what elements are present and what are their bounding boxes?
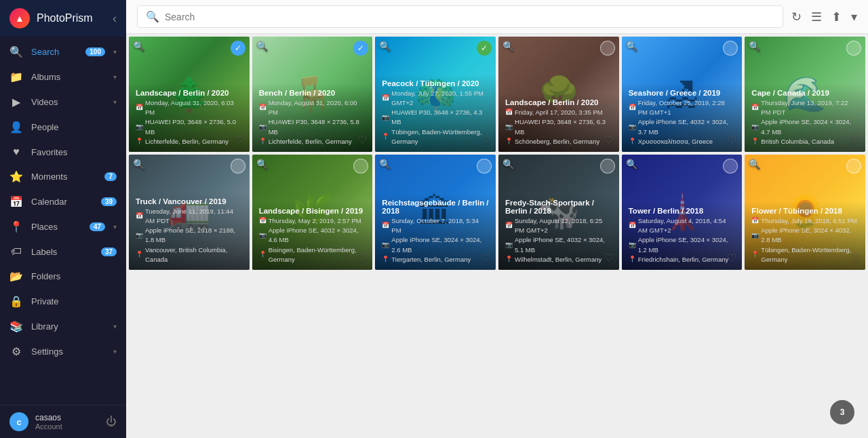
sidebar-item-moments[interactable]: ⭐ Moments 7 — [0, 164, 126, 189]
search-input[interactable] — [165, 12, 774, 22]
photo-meta-p7: 📅 Tuesday, June 11, 2019, 11:44 AM PDT 📷… — [136, 207, 243, 265]
sidebar-item-videos[interactable]: ▶ Videos ▾ — [0, 89, 126, 115]
zoom-icon-p7[interactable]: 🔍 — [133, 159, 144, 170]
sidebar-arrow-library: ▾ — [113, 323, 117, 330]
check-circle-p10[interactable] — [600, 159, 615, 174]
photo-cell-p8[interactable]: 🌿 🔍 ♡ Landscape / Bisingen / 2019 📅 Thur… — [252, 155, 373, 270]
zoom-icon-p11[interactable]: 🔍 — [626, 159, 637, 170]
photo-meta-p4: 📅 Friday, April 17, 2020, 3:35 PM 📷 HUAW… — [505, 108, 612, 146]
view-toggle-button[interactable]: ☰ — [811, 9, 822, 24]
photo-meta-p12: 📅 Thursday, July 19, 2018, 6:51 PM 📷 App… — [751, 216, 859, 264]
sidebar-item-private[interactable]: 🔒 Private — [0, 289, 126, 314]
photo-title-p3: Peacock / Tübingen / 2020 — [382, 79, 489, 87]
photo-title-p10: Fredy-Stach-Sportpark / Berlin / 2018 — [505, 199, 612, 215]
sidebar-item-labels[interactable]: 🏷 Labels 37 — [0, 239, 126, 264]
zoom-icon-p6[interactable]: 🔍 — [749, 41, 760, 52]
zoom-icon-p1[interactable]: 🔍 — [133, 41, 144, 52]
upload-button[interactable]: ⬆ — [831, 9, 842, 24]
photo-cell-p2[interactable]: 🪑 🔍 ✓ ♡ Bench / Berlin / 2020 📅 Monday, … — [252, 37, 373, 152]
zoom-icon-p5[interactable]: 🔍 — [626, 41, 637, 52]
zoom-icon-p3[interactable]: 🔍 — [379, 41, 391, 52]
scroll-badge[interactable]: 3 — [830, 400, 854, 424]
check-circle-p4[interactable] — [600, 41, 615, 56]
photo-cell-p5[interactable]: 🏖 🔍 ♡ Seashore / Greece / 2019 📅 Friday,… — [622, 37, 743, 152]
sidebar-icon-folders: 📂 — [9, 270, 23, 283]
sidebar-label-moments: Moments — [31, 172, 96, 182]
check-circle-p1[interactable]: ✓ — [231, 41, 245, 56]
sidebar-badge-places: 47 — [90, 222, 105, 231]
sidebar-item-settings[interactable]: ⚙ Settings ▾ — [0, 339, 126, 364]
search-bar[interactable]: 🔍 — [137, 5, 783, 28]
photo-overlay-p3: Peacock / Tübingen / 2020 📅 Monday, July… — [375, 74, 496, 153]
logout-button[interactable]: ⏻ — [106, 416, 117, 428]
search-icon: 🔍 — [146, 10, 159, 23]
photo-meta-p11: 📅 Saturday, August 4, 2018, 4:54 AM GMT+… — [629, 216, 736, 264]
check-circle-p12[interactable] — [846, 159, 861, 174]
sidebar-item-calendar[interactable]: 📅 Calendar 39 — [0, 189, 126, 214]
sidebar-icon-search: 🔍 — [9, 45, 23, 58]
check-wrap-p7 — [231, 159, 245, 174]
check-circle-p11[interactable] — [723, 159, 738, 174]
more-menu-button[interactable]: ▾ — [851, 9, 857, 24]
check-circle-p8[interactable] — [353, 159, 368, 174]
zoom-icon-p4[interactable]: 🔍 — [502, 41, 514, 52]
photo-cell-p9[interactable]: 🏛 🔍 ♡ Reichstagsgebäude / Berlin / 2018 … — [375, 155, 496, 270]
sidebar-label-places: Places — [31, 222, 81, 232]
photo-cell-p11[interactable]: 🗼 🔍 ♡ Tower / Berlin / 2018 📅 Saturday, … — [622, 155, 743, 270]
zoom-icon-p8[interactable]: 🔍 — [256, 159, 268, 170]
sidebar-item-library[interactable]: 📚 Library ▾ — [0, 314, 126, 339]
footer-account-label[interactable]: Account — [35, 422, 99, 431]
photo-overlay-p11: Tower / Berlin / 2018 📅 Saturday, August… — [622, 201, 743, 270]
zoom-icon-p2[interactable]: 🔍 — [256, 41, 268, 52]
sidebar-item-favorites[interactable]: ♥ Favorites — [0, 140, 126, 164]
check-circle-p5[interactable] — [723, 41, 738, 56]
check-wrap-p1: ✓ — [231, 41, 245, 56]
sidebar-item-albums[interactable]: 📁 Albums ▾ — [0, 64, 126, 89]
photo-title-p6: Cape / Canada / 2019 — [751, 89, 859, 97]
sidebar-item-search[interactable]: 🔍 Search 100 ▾ — [0, 39, 126, 64]
photo-cell-p3[interactable]: 🦚 🔍 ✓ ♡ Peacock / Tübingen / 2020 📅 Mond… — [375, 37, 496, 152]
check-circle-p3[interactable]: ✓ — [477, 41, 492, 56]
photo-cell-p4[interactable]: 🌳 🔍 ♡ Landscape / Berlin / 2020 📅 Friday… — [498, 37, 619, 152]
photo-title-p9: Reichstagsgebäude / Berlin / 2018 — [382, 199, 489, 215]
photo-title-p4: Landscape / Berlin / 2020 — [505, 98, 612, 106]
sidebar-item-folders[interactable]: 📂 Folders — [0, 264, 126, 289]
photo-meta-p5: 📅 Friday, October 25, 2019, 2:28 PM GMT+… — [629, 98, 736, 146]
photo-cell-p7[interactable]: 🚛 🔍 ♡ Truck / Vancouver / 2019 📅 Tuesday… — [129, 155, 250, 270]
photo-overlay-p2: Bench / Berlin / 2020 📅 Monday, August 3… — [252, 83, 373, 152]
sidebar-item-people[interactable]: 👤 People — [0, 115, 126, 140]
photo-cell-p12[interactable]: 🌻 🔍 ♡ Flower / Tübingen / 2018 📅 Thursda… — [745, 155, 865, 270]
photo-cell-p10[interactable]: 🐄 🔍 ♡ Fredy-Stach-Sportpark / Berlin / 2… — [498, 155, 619, 270]
zoom-icon-p9[interactable]: 🔍 — [379, 159, 391, 170]
sidebar-badge-search: 100 — [85, 47, 105, 56]
sidebar-label-favorites: Favorites — [31, 147, 117, 157]
photo-grid: 🌲 🔍 ✓ ♡ Landscape / Berlin / 2020 📅 Mond… — [126, 34, 868, 438]
sidebar-label-library: Library — [31, 321, 105, 332]
photo-cell-p1[interactable]: 🌲 🔍 ✓ ♡ Landscape / Berlin / 2020 📅 Mond… — [129, 37, 250, 152]
check-circle-p6[interactable] — [846, 41, 861, 56]
photo-overlay-p10: Fredy-Stach-Sportpark / Berlin / 2018 📅 … — [498, 193, 619, 270]
sidebar-nav: 🔍 Search 100 ▾ 📁 Albums ▾ ▶ Videos ▾ 👤 P… — [0, 37, 126, 405]
sidebar-item-places[interactable]: 📍 Places 47 ▾ — [0, 214, 126, 239]
refresh-button[interactable]: ↻ — [791, 9, 802, 24]
check-circle-p2[interactable]: ✓ — [353, 41, 368, 56]
sidebar-icon-labels: 🏷 — [9, 245, 23, 258]
sidebar-icon-places: 📍 — [9, 220, 23, 233]
sidebar-collapse-button[interactable]: ‹ — [113, 12, 117, 26]
check-circle-p9[interactable] — [477, 159, 492, 174]
sidebar-label-albums: Albums — [31, 72, 105, 82]
photo-overlay-p1: Landscape / Berlin / 2020 📅 Monday, Augu… — [129, 83, 250, 152]
check-wrap-p2: ✓ — [353, 41, 368, 56]
zoom-icon-p12[interactable]: 🔍 — [749, 159, 760, 170]
sidebar-icon-library: 📚 — [9, 320, 23, 333]
photo-overlay-p6: Cape / Canada / 2019 📅 Thursday, June 13… — [745, 83, 865, 152]
sidebar-label-private: Private — [31, 296, 117, 306]
check-circle-p7[interactable] — [231, 159, 245, 174]
sidebar-icon-videos: ▶ — [9, 96, 23, 108]
zoom-icon-p10[interactable]: 🔍 — [502, 159, 514, 170]
sidebar-badge-moments: 7 — [104, 172, 117, 181]
sidebar-icon-private: 🔒 — [9, 295, 23, 308]
photo-title-p8: Landscape / Bisingen / 2019 — [259, 207, 366, 215]
photo-overlay-p8: Landscape / Bisingen / 2019 📅 Thursday, … — [252, 201, 373, 270]
photo-cell-p6[interactable]: 🌊 🔍 ♡ Cape / Canada / 2019 📅 Thursday, J… — [745, 37, 865, 152]
